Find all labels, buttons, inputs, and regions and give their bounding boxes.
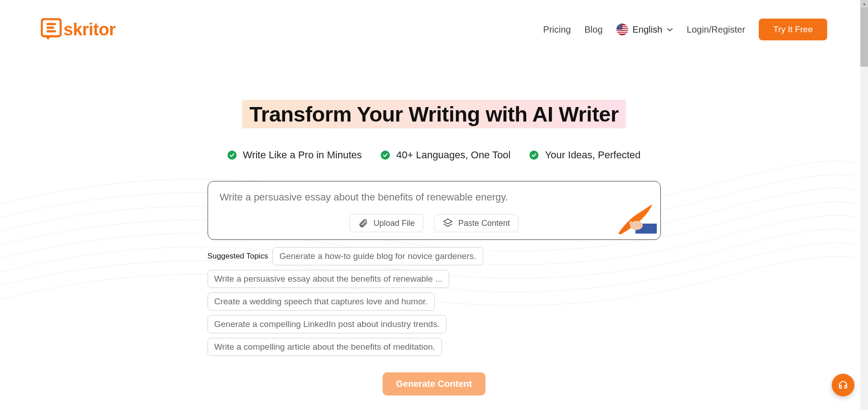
feature-item: Your Ideas, Perfected (529, 149, 640, 161)
nav: Pricing Blog (543, 19, 827, 40)
upload-label: Upload File (373, 219, 415, 228)
header: skritor Pricing Blog (0, 0, 868, 45)
paperclip-icon (358, 218, 368, 228)
topic-chip[interactable]: Write a persuasive essay about the benef… (208, 270, 449, 288)
upload-file-button[interactable]: Upload File (349, 214, 423, 232)
svg-point-9 (619, 24, 620, 25)
try-free-button[interactable]: Try It Free (759, 19, 827, 40)
topic-chip[interactable]: Write a compelling article about the ben… (208, 338, 442, 356)
svg-point-11 (618, 26, 619, 27)
svg-point-12 (620, 26, 621, 27)
svg-rect-5 (616, 31, 628, 32)
paste-label: Paste Content (458, 219, 510, 228)
chevron-down-icon (667, 26, 673, 33)
language-selector[interactable]: English (616, 24, 674, 35)
quill-illustration-icon (614, 202, 657, 236)
check-icon (381, 151, 390, 160)
svg-rect-6 (616, 33, 628, 34)
logo-icon (41, 18, 62, 41)
topic-chip[interactable]: Generate a how-to guide blog for novice … (272, 247, 483, 265)
prompt-actions: Upload File Paste Content (220, 214, 649, 232)
svg-point-14 (619, 27, 620, 28)
prompt-input[interactable] (220, 191, 649, 203)
nav-pricing[interactable]: Pricing (543, 24, 571, 35)
feature-item: 40+ Languages, One Tool (381, 149, 510, 161)
prompt-box: Upload File Paste Content (208, 181, 661, 240)
headline: Transform Your Writing with AI Writer (242, 100, 626, 128)
svg-point-10 (621, 24, 622, 25)
paste-content-button[interactable]: Paste Content (434, 214, 519, 232)
svg-point-13 (617, 27, 618, 28)
feature-text: Write Like a Pro in Minutes (243, 149, 362, 161)
layers-icon (443, 218, 453, 228)
feature-item: Write Like a Pro in Minutes (228, 149, 362, 161)
language-label: English (633, 24, 663, 35)
nav-login[interactable]: Login/Register (687, 24, 745, 35)
feature-text: 40+ Languages, One Tool (396, 149, 510, 161)
svg-rect-7 (616, 24, 622, 29)
flag-us-icon (616, 24, 628, 35)
nav-blog[interactable]: Blog (584, 24, 602, 35)
scrollbar-up-icon[interactable] (860, 0, 868, 8)
logo-text: skritor (63, 20, 116, 39)
logo[interactable]: skritor (41, 18, 116, 41)
check-icon (529, 151, 538, 160)
hero: Transform Your Writing with AI Writer Wr… (0, 45, 868, 395)
feature-text: Your Ideas, Perfected (545, 149, 640, 161)
svg-point-8 (617, 24, 618, 25)
check-icon (228, 151, 237, 160)
svg-point-15 (621, 27, 622, 28)
topics-label: Suggested Topics (208, 252, 268, 261)
suggested-topics: Suggested Topics Generate a how-to guide… (208, 247, 661, 361)
topic-chip[interactable]: Create a wedding speech that captures lo… (208, 293, 435, 311)
features: Write Like a Pro in Minutes 40+ Language… (228, 149, 640, 161)
topic-chip[interactable]: Generate a compelling LinkedIn post abou… (208, 315, 446, 333)
generate-button[interactable]: Generate Content (383, 372, 486, 395)
